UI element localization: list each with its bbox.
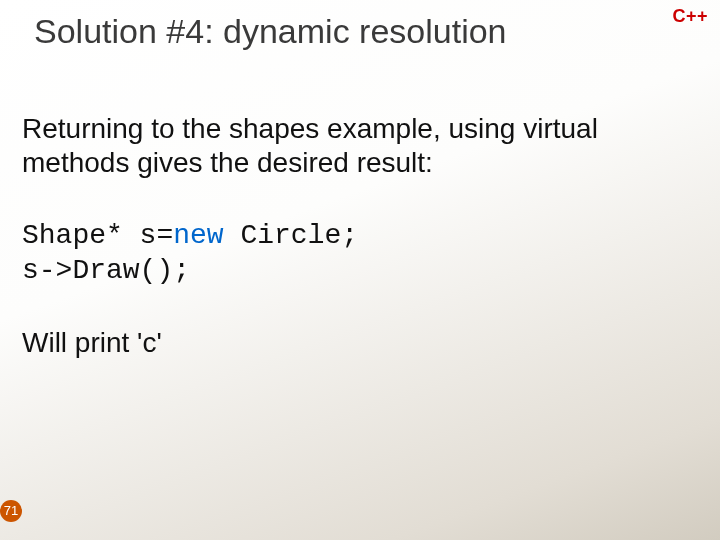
language-badge: C++ (672, 6, 708, 27)
slide: C++ Solution #4: dynamic resolution Retu… (0, 0, 720, 540)
outro-text: Will print 'c' (22, 326, 698, 360)
slide-title: Solution #4: dynamic resolution (34, 12, 507, 51)
code-keyword-new: new (173, 220, 223, 251)
code-text: Shape* s= (22, 220, 173, 251)
page-number-badge: 71 (0, 500, 22, 522)
code-text: s->Draw(); (22, 255, 190, 286)
slide-body: Returning to the shapes example, using v… (22, 112, 698, 360)
intro-text: Returning to the shapes example, using v… (22, 112, 698, 180)
code-text: Circle; (224, 220, 358, 251)
code-block: Shape* s=new Circle; s->Draw(); (22, 218, 698, 288)
